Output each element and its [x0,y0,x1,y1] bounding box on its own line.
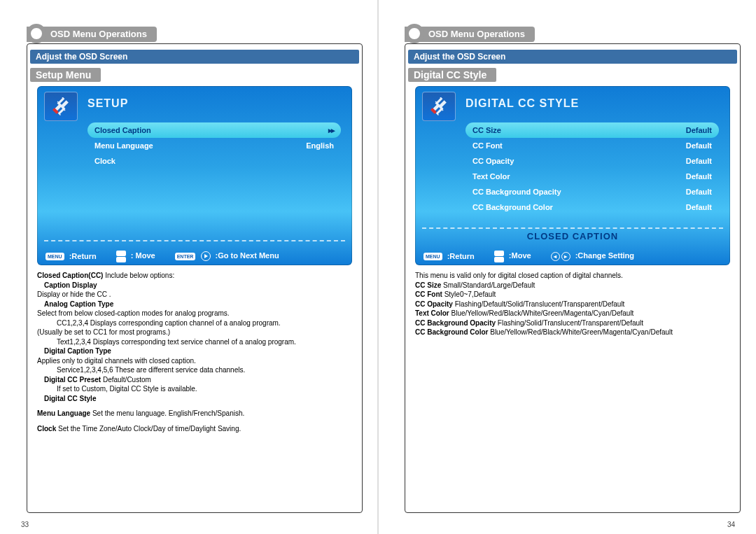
osd-row-label: CC Opacity [472,157,514,165]
updown-icon [116,251,126,262]
osd-row-value: Default [686,157,712,165]
osd-footer: MENU :Return : Move ENTER :Go to Next Me… [37,247,352,265]
dashed-separator [422,227,723,229]
page-number: 34 [727,521,735,528]
tab-circle-decor [405,24,424,43]
manual-page-right: OSD Menu Operations Adjust the OSD Scree… [378,0,756,534]
section-tab: OSD Menu Operations [405,27,735,42]
updown-icon [494,251,504,262]
osd-row-label: Closed Caption [94,126,151,134]
osd-screenshot-digital-cc: DIGITAL CC STYLE CC Size Default CC Font… [415,86,730,265]
page-number: 33 [21,521,29,528]
foot-move: :Move [494,251,531,262]
page-frame: Adjust the OSD Screen Setup Menu SETUP C… [27,43,363,513]
menu-title: Digital CC Style [408,68,496,82]
osd-row-value: English [306,141,334,150]
osd-row-label: CC Background Color [472,203,553,211]
tab-circle-decor [27,24,46,43]
leftright-icon: ◂▸ [551,252,570,261]
chevron-right-icon: ▸▸ [328,126,334,135]
setup-icon [422,92,456,121]
menu-key-icon: MENU [46,253,64,260]
manual-page-left: OSD Menu Operations Adjust the OSD Scree… [0,0,378,534]
osd-screenshot-setup: SETUP Closed Caption ▸▸ Menu Language En… [37,86,352,265]
osd-row-cc-opacity[interactable]: CC Opacity Default [465,153,719,169]
osd-row-cc-font[interactable]: CC Font Default [465,138,719,153]
menu-title: Setup Menu [30,68,101,82]
play-icon [201,251,211,261]
description-text: This menu is valid only for digital clos… [415,271,730,337]
page-frame: Adjust the OSD Screen Digital CC Style D… [405,43,741,513]
osd-row-closed-caption[interactable]: Closed Caption ▸▸ [88,122,341,138]
osd-row-label: CC Background Opacity [472,188,561,196]
subsection-bar: Adjust the OSD Screen [408,50,737,64]
osd-row-value: Default [686,203,712,211]
osd-row-label: CC Size [472,126,501,134]
osd-row-clock[interactable]: Clock [88,153,341,169]
osd-row-menu-language[interactable]: Menu Language English [88,138,341,153]
osd-row-label: CC Font [472,141,503,150]
osd-row-label: Menu Language [94,141,153,150]
foot-return: MENU :Return [424,252,475,261]
osd-heading: SETUP [88,97,128,110]
osd-heading: DIGITAL CC STYLE [465,97,579,110]
menu-key-icon: MENU [424,253,442,260]
osd-row-label: Text Color [472,172,510,181]
osd-row-value: Default [686,188,712,196]
osd-row-label: Clock [94,157,115,165]
osd-row-cc-size[interactable]: CC Size Default [465,122,719,138]
osd-row-value: Default [686,126,712,134]
enter-key-icon: ENTER [175,253,196,260]
osd-row-value: Default [686,172,712,181]
foot-return: MENU :Return [46,252,97,261]
osd-row-text-color[interactable]: Text Color Default [465,169,719,184]
dashed-separator [44,240,345,241]
osd-row-cc-bg-color[interactable]: CC Background Color Default [465,199,719,215]
osd-row-value: Default [686,141,712,150]
section-tab: OSD Menu Operations [27,27,357,42]
osd-row-cc-bg-opacity[interactable]: CC Background Opacity Default [465,184,719,199]
foot-next: ENTER :Go to Next Menu [175,251,279,261]
description-text: Closed Caption(CC) Include below options… [37,271,352,433]
page-fold [377,0,379,534]
osd-footer: MENU :Return :Move ◂▸ :Change Setting [415,247,730,265]
osd-bottom-title: CLOSED CAPTION [415,231,730,241]
foot-move: : Move [116,251,155,262]
foot-change: ◂▸ :Change Setting [551,251,634,261]
setup-icon [44,92,78,121]
subsection-bar: Adjust the OSD Screen [30,50,359,64]
